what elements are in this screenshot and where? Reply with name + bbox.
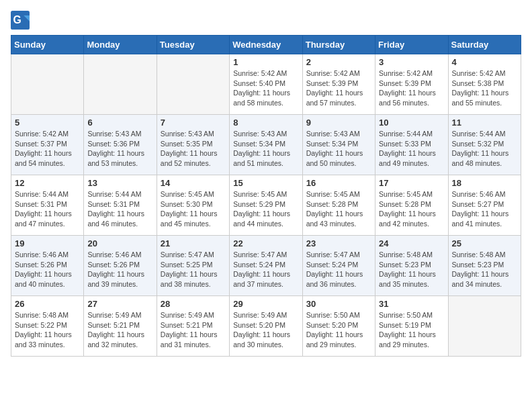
day-info: Sunrise: 5:45 AMSunset: 5:29 PMDaylight:… — [233, 189, 298, 229]
logo: G — [11, 11, 32, 30]
day-number: 31 — [379, 299, 444, 309]
calendar-cell: 10Sunrise: 5:44 AMSunset: 5:33 PMDayligh… — [375, 115, 448, 175]
calendar-cell: 3Sunrise: 5:42 AMSunset: 5:39 PMDaylight… — [375, 54, 448, 115]
calendar-cell: 20Sunrise: 5:46 AMSunset: 5:26 PMDayligh… — [84, 236, 157, 296]
calendar-cell: 30Sunrise: 5:50 AMSunset: 5:20 PMDayligh… — [302, 296, 375, 357]
day-info: Sunrise: 5:47 AMSunset: 5:24 PMDaylight:… — [306, 250, 371, 289]
day-info: Sunrise: 5:47 AMSunset: 5:25 PMDaylight:… — [161, 250, 226, 289]
day-number: 20 — [87, 238, 152, 248]
calendar-cell: 9Sunrise: 5:43 AMSunset: 5:34 PMDaylight… — [302, 115, 375, 175]
svg-text:G: G — [13, 14, 21, 26]
day-number: 22 — [233, 238, 298, 248]
day-number: 15 — [233, 178, 298, 188]
day-info: Sunrise: 5:43 AMSunset: 5:34 PMDaylight:… — [306, 129, 371, 169]
calendar-header-row: SundayMondayTuesdayWednesdayThursdayFrid… — [11, 36, 521, 54]
day-info: Sunrise: 5:49 AMSunset: 5:20 PMDaylight:… — [233, 310, 298, 350]
day-number: 16 — [306, 178, 371, 188]
day-number: 29 — [233, 299, 298, 309]
day-info: Sunrise: 5:48 AMSunset: 5:22 PMDaylight:… — [15, 310, 80, 350]
calendar-cell: 1Sunrise: 5:42 AMSunset: 5:40 PMDaylight… — [230, 54, 302, 115]
day-number: 8 — [233, 118, 298, 128]
day-number: 5 — [15, 118, 80, 128]
day-info: Sunrise: 5:42 AMSunset: 5:39 PMDaylight:… — [306, 68, 371, 108]
header-thursday: Thursday — [302, 36, 375, 54]
calendar-cell — [157, 54, 229, 115]
day-info: Sunrise: 5:45 AMSunset: 5:28 PMDaylight:… — [306, 189, 371, 229]
calendar-cell: 2Sunrise: 5:42 AMSunset: 5:39 PMDaylight… — [302, 54, 375, 115]
calendar-cell: 26Sunrise: 5:48 AMSunset: 5:22 PMDayligh… — [11, 296, 84, 357]
day-info: Sunrise: 5:49 AMSunset: 5:21 PMDaylight:… — [87, 310, 152, 350]
calendar-cell: 23Sunrise: 5:47 AMSunset: 5:24 PMDayligh… — [302, 236, 375, 296]
day-info: Sunrise: 5:46 AMSunset: 5:26 PMDaylight:… — [87, 250, 152, 289]
day-info: Sunrise: 5:50 AMSunset: 5:20 PMDaylight:… — [306, 310, 371, 350]
header-sunday: Sunday — [11, 36, 84, 54]
day-number: 23 — [306, 238, 371, 248]
day-number: 21 — [161, 238, 226, 248]
calendar-cell: 12Sunrise: 5:44 AMSunset: 5:31 PMDayligh… — [11, 175, 84, 236]
day-info: Sunrise: 5:44 AMSunset: 5:31 PMDaylight:… — [15, 189, 80, 229]
day-number: 17 — [379, 178, 444, 188]
calendar-week-2: 5Sunrise: 5:42 AMSunset: 5:37 PMDaylight… — [11, 115, 521, 175]
calendar-cell: 8Sunrise: 5:43 AMSunset: 5:34 PMDaylight… — [230, 115, 302, 175]
day-info: Sunrise: 5:48 AMSunset: 5:23 PMDaylight:… — [452, 250, 517, 289]
header-saturday: Saturday — [448, 36, 521, 54]
calendar-cell: 19Sunrise: 5:46 AMSunset: 5:26 PMDayligh… — [11, 236, 84, 296]
calendar-cell: 27Sunrise: 5:49 AMSunset: 5:21 PMDayligh… — [84, 296, 157, 357]
day-info: Sunrise: 5:43 AMSunset: 5:36 PMDaylight:… — [87, 129, 152, 169]
day-number: 19 — [15, 238, 80, 248]
day-number: 18 — [452, 178, 517, 188]
calendar-week-3: 12Sunrise: 5:44 AMSunset: 5:31 PMDayligh… — [11, 175, 521, 236]
day-number: 10 — [379, 118, 444, 128]
calendar-cell: 18Sunrise: 5:46 AMSunset: 5:27 PMDayligh… — [448, 175, 521, 236]
day-number: 6 — [87, 118, 152, 128]
day-info: Sunrise: 5:43 AMSunset: 5:34 PMDaylight:… — [233, 129, 298, 169]
day-number: 12 — [15, 178, 80, 188]
logo-icon: G — [11, 11, 30, 30]
header-wednesday: Wednesday — [230, 36, 302, 54]
day-info: Sunrise: 5:45 AMSunset: 5:28 PMDaylight:… — [379, 189, 444, 229]
calendar-week-1: 1Sunrise: 5:42 AMSunset: 5:40 PMDaylight… — [11, 54, 521, 115]
day-number: 25 — [452, 238, 517, 248]
calendar-cell: 16Sunrise: 5:45 AMSunset: 5:28 PMDayligh… — [302, 175, 375, 236]
day-info: Sunrise: 5:50 AMSunset: 5:19 PMDaylight:… — [379, 310, 444, 350]
day-number: 3 — [379, 57, 444, 67]
day-number: 14 — [161, 178, 226, 188]
day-number: 2 — [306, 57, 371, 67]
calendar-week-5: 26Sunrise: 5:48 AMSunset: 5:22 PMDayligh… — [11, 296, 521, 357]
calendar-cell: 11Sunrise: 5:44 AMSunset: 5:32 PMDayligh… — [448, 115, 521, 175]
header-monday: Monday — [84, 36, 157, 54]
calendar-cell: 17Sunrise: 5:45 AMSunset: 5:28 PMDayligh… — [375, 175, 448, 236]
day-number: 9 — [306, 118, 371, 128]
calendar-table: SundayMondayTuesdayWednesdayThursdayFrid… — [11, 35, 521, 357]
day-info: Sunrise: 5:42 AMSunset: 5:40 PMDaylight:… — [233, 68, 298, 108]
header-friday: Friday — [375, 36, 448, 54]
calendar-cell: 6Sunrise: 5:43 AMSunset: 5:36 PMDaylight… — [84, 115, 157, 175]
calendar-cell: 5Sunrise: 5:42 AMSunset: 5:37 PMDaylight… — [11, 115, 84, 175]
day-info: Sunrise: 5:44 AMSunset: 5:32 PMDaylight:… — [452, 129, 517, 169]
day-info: Sunrise: 5:43 AMSunset: 5:35 PMDaylight:… — [161, 129, 226, 169]
day-number: 7 — [161, 118, 226, 128]
day-info: Sunrise: 5:42 AMSunset: 5:37 PMDaylight:… — [15, 129, 80, 169]
day-number: 28 — [161, 299, 226, 309]
calendar-cell: 21Sunrise: 5:47 AMSunset: 5:25 PMDayligh… — [157, 236, 229, 296]
day-info: Sunrise: 5:46 AMSunset: 5:27 PMDaylight:… — [452, 189, 517, 229]
calendar-cell — [448, 296, 521, 357]
calendar-cell: 22Sunrise: 5:47 AMSunset: 5:24 PMDayligh… — [230, 236, 302, 296]
calendar-cell: 15Sunrise: 5:45 AMSunset: 5:29 PMDayligh… — [230, 175, 302, 236]
page-header: G — [11, 11, 521, 30]
day-number: 24 — [379, 238, 444, 248]
day-info: Sunrise: 5:47 AMSunset: 5:24 PMDaylight:… — [233, 250, 298, 289]
calendar-cell — [11, 54, 84, 115]
day-number: 26 — [15, 299, 80, 309]
day-info: Sunrise: 5:44 AMSunset: 5:33 PMDaylight:… — [379, 129, 444, 169]
calendar-cell: 14Sunrise: 5:45 AMSunset: 5:30 PMDayligh… — [157, 175, 229, 236]
day-number: 4 — [452, 57, 517, 67]
day-info: Sunrise: 5:42 AMSunset: 5:38 PMDaylight:… — [452, 68, 517, 108]
day-number: 11 — [452, 118, 517, 128]
day-info: Sunrise: 5:44 AMSunset: 5:31 PMDaylight:… — [87, 189, 152, 229]
calendar-week-4: 19Sunrise: 5:46 AMSunset: 5:26 PMDayligh… — [11, 236, 521, 296]
day-info: Sunrise: 5:46 AMSunset: 5:26 PMDaylight:… — [15, 250, 80, 289]
calendar-cell: 28Sunrise: 5:49 AMSunset: 5:21 PMDayligh… — [157, 296, 229, 357]
day-info: Sunrise: 5:48 AMSunset: 5:23 PMDaylight:… — [379, 250, 444, 289]
day-number: 1 — [233, 57, 298, 67]
